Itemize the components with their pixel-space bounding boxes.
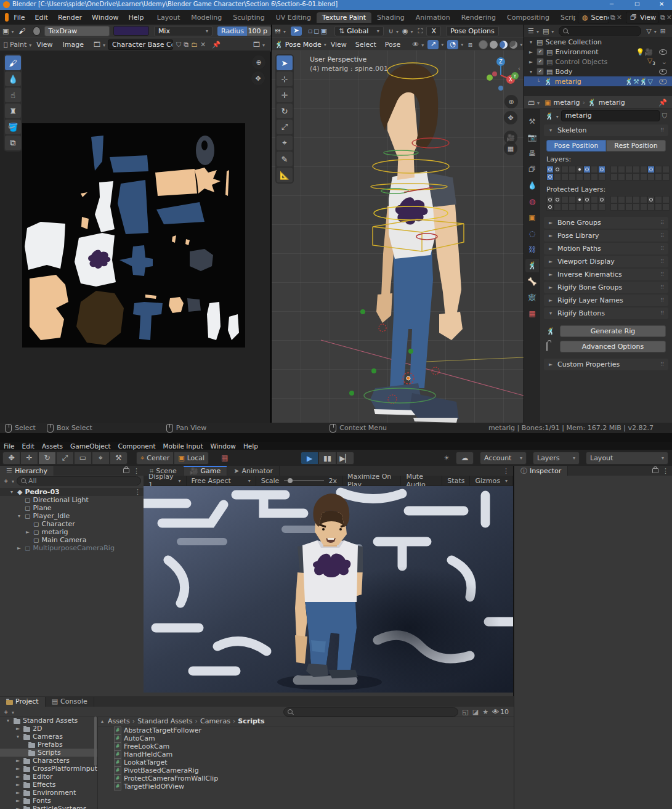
blend-mode-dropdown[interactable]: Mix▾: [154, 26, 213, 36]
unity-menu-mobile-input[interactable]: Mobile Input: [160, 442, 207, 450]
section-pose-library[interactable]: ►Pose Library⠿: [544, 230, 668, 242]
hierarchy-search-input[interactable]: All: [17, 476, 141, 486]
lighting-icon[interactable]: ☀: [443, 454, 450, 462]
select-box-tool[interactable]: ➤: [277, 55, 293, 70]
step-button[interactable]: ▶▏: [336, 452, 354, 465]
hand-tool[interactable]: ✥: [2, 452, 20, 465]
unity-menu-edit[interactable]: Edit: [18, 442, 38, 450]
hierarchy-add-button[interactable]: ＋▾: [2, 476, 14, 486]
properties-editor-icon[interactable]: 🗃▾: [528, 99, 540, 107]
unity-menu-assets[interactable]: Assets: [38, 442, 67, 450]
folder-effects[interactable]: ►Effects: [0, 781, 97, 789]
pause-button[interactable]: ▮▮: [318, 452, 336, 465]
folder-crossplatforminput[interactable]: ►CrossPlatformInput: [0, 765, 97, 773]
space-toggle[interactable]: ▣Local: [174, 452, 209, 465]
unity-menu-file[interactable]: File: [0, 442, 18, 450]
workspace-tab-animation[interactable]: Animation: [410, 12, 456, 23]
rotate-tool[interactable]: ↻: [277, 104, 293, 118]
tool-header-icon[interactable]: 𝍌▾: [275, 27, 286, 35]
image-menu-image[interactable]: Image: [57, 41, 88, 49]
workspace-tab-shading[interactable]: Shading: [371, 12, 410, 23]
folder-editor[interactable]: ►Editor: [0, 773, 97, 781]
brush-name-field[interactable]: TexDraw: [44, 26, 110, 36]
move-tool[interactable]: ✛: [277, 87, 293, 102]
hierarchy-item-character[interactable]: ▢Character: [0, 520, 144, 528]
unity-menu-help[interactable]: Help: [240, 442, 262, 450]
unity-menu-window[interactable]: Window: [207, 442, 240, 450]
pose-options-dropdown[interactable]: Pose Options: [446, 26, 498, 36]
project-breadcrumb[interactable]: ▴ Assets› Standard Assets› Cameras› Scri…: [98, 717, 514, 726]
aspect-dropdown[interactable]: Free Aspect▾: [187, 476, 256, 486]
tab-animator[interactable]: ➤Animator: [227, 466, 280, 476]
cursor-tool[interactable]: ⊹: [277, 71, 293, 86]
tab-scene-icon[interactable]: 💧: [525, 179, 539, 192]
annotate-tool[interactable]: ✎: [277, 152, 293, 166]
section-rigify-layer-names[interactable]: ►Rigify Layer Names⠿: [544, 295, 668, 306]
mode-dropdown[interactable]: Pose Mode: [285, 41, 322, 49]
navigation-gizmo[interactable]: Z X Y: [482, 54, 519, 91]
menu-file[interactable]: File: [9, 14, 30, 22]
cloud-icon[interactable]: ☁: [456, 452, 474, 465]
view-layer-selector[interactable]: 🗇View Layer: [626, 12, 659, 23]
paint-mode-dropdown[interactable]: 𓃑 Paint▾: [4, 41, 31, 49]
tab-project[interactable]: Project: [0, 697, 46, 707]
game-kebab-icon[interactable]: ⋮: [503, 467, 509, 475]
hierarchy-item-player-idle[interactable]: ▾▢Player_Idle: [0, 512, 144, 520]
custom-tool[interactable]: ⚒: [110, 452, 128, 465]
active-tool-icon[interactable]: ➤: [291, 26, 302, 36]
tab-game[interactable]: 🎥Game: [184, 466, 227, 476]
image-browse-icon[interactable]: 🗔▾: [94, 41, 105, 49]
editor-type-icon[interactable]: ▣▾: [2, 27, 14, 35]
script-abstracttargetfollower[interactable]: #AbstractTargetFollower: [98, 726, 514, 734]
script-targetfieldofview[interactable]: #TargetFieldOfView: [98, 783, 514, 791]
folder-environment[interactable]: ►Environment: [0, 789, 97, 797]
armature-name-field[interactable]: metarig: [561, 110, 660, 121]
tab-tool-icon[interactable]: ⚒: [525, 115, 539, 128]
orientation-dropdown[interactable]: ⇅Global▾: [334, 26, 384, 36]
workspace-tab-rendering[interactable]: Rendering: [456, 12, 501, 23]
measure-tool[interactable]: 📐: [277, 168, 293, 182]
brush-color-swatch[interactable]: [33, 26, 40, 36]
brush-icon[interactable]: 🖌: [18, 27, 25, 35]
hierarchy-kebab-icon[interactable]: ⋮: [133, 467, 140, 475]
new-image-icon[interactable]: ⧉: [184, 41, 188, 49]
armature-layers[interactable]: [540, 165, 672, 182]
tab-hierarchy[interactable]: ☰Hierarchy: [0, 466, 54, 476]
protected-layers[interactable]: [540, 195, 672, 212]
viewport-3d[interactable]: User Perspective (4) metarig : spine.001: [272, 51, 524, 423]
folder-prefabs[interactable]: Prefabs: [0, 741, 97, 749]
minimize-button[interactable]: ─: [610, 1, 613, 7]
folder-standard-assets[interactable]: ▾Standard Assets: [0, 717, 97, 725]
transform-tool[interactable]: ⌖: [277, 136, 293, 150]
menu-window[interactable]: Window: [87, 14, 123, 22]
viewport-menu-pose[interactable]: Pose: [381, 41, 405, 49]
tab-console[interactable]: ▤Console: [46, 697, 94, 707]
section-rigify-bone-groups[interactable]: ►Rigify Bone Groups⠿: [544, 282, 668, 293]
mask-tool[interactable]: ⧉: [5, 136, 21, 150]
script-pivotbasedcamerarig[interactable]: #PivotBasedCameraRig: [98, 766, 514, 774]
workspace-tab-layout[interactable]: Layout: [152, 12, 185, 23]
clone-tool[interactable]: ♜: [5, 104, 21, 118]
scene-selector[interactable]: ◍Scene: [578, 12, 609, 23]
gizmos-dropdown[interactable]: Gizmos▾: [470, 476, 513, 486]
menu-help[interactable]: Help: [123, 14, 148, 22]
close-button[interactable]: ✕: [659, 1, 664, 7]
generate-rig-button[interactable]: Generate Rig: [560, 325, 666, 337]
pin-icon[interactable]: 📌: [212, 41, 221, 49]
secondary-color-swatch[interactable]: [113, 26, 149, 36]
outliner-filter-icon[interactable]: ▤▾: [543, 27, 554, 35]
funnel-icon[interactable]: ▽▾: [646, 27, 656, 35]
viewport-perspective-icon[interactable]: ▦: [504, 142, 517, 155]
shading-solid-icon[interactable]: [490, 41, 498, 49]
script-autocam[interactable]: #AutoCam: [98, 734, 514, 742]
folder-cameras[interactable]: ▾Cameras: [0, 733, 97, 741]
scale-tool[interactable]: ⤢: [277, 120, 293, 134]
layout-dropdown[interactable]: Layout▾: [586, 452, 668, 465]
stats-toggle[interactable]: Stats: [442, 476, 470, 486]
mirror-x-toggle[interactable]: X: [426, 26, 441, 36]
transform-tool-unity[interactable]: ⌖: [92, 452, 110, 465]
rect-tool[interactable]: ▭: [74, 452, 92, 465]
rotate-tool-unity[interactable]: ↻: [38, 452, 56, 465]
tab-bone-constraint-icon[interactable]: 🕸: [525, 291, 539, 304]
shading-wireframe-icon[interactable]: [479, 40, 488, 49]
